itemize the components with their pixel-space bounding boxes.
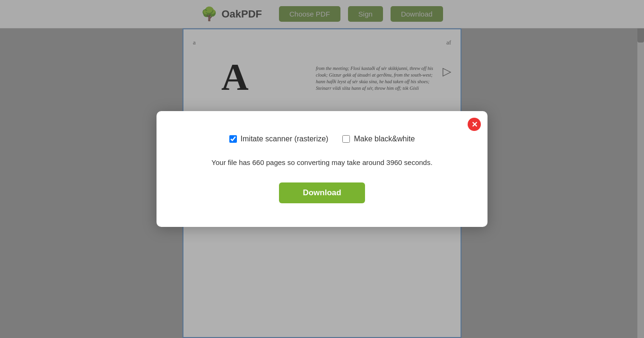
- option2-label[interactable]: Make black&white: [342, 135, 415, 143]
- imitate-scanner-checkbox[interactable]: [229, 135, 237, 143]
- imitate-scanner-label: Imitate scanner (rasterize): [241, 135, 329, 143]
- black-white-label: Make black&white: [354, 135, 415, 143]
- modal-overlay: ✕ Imitate scanner (rasterize) Make black…: [0, 0, 644, 338]
- modal-download-button[interactable]: Download: [279, 182, 365, 203]
- black-white-checkbox[interactable]: [342, 135, 350, 143]
- modal-info-text: Your file has 660 pages so converting ma…: [185, 157, 459, 168]
- modal-options: Imitate scanner (rasterize) Make black&w…: [185, 135, 459, 143]
- modal-dialog: ✕ Imitate scanner (rasterize) Make black…: [157, 111, 487, 227]
- option1-label[interactable]: Imitate scanner (rasterize): [229, 135, 329, 143]
- close-modal-button[interactable]: ✕: [468, 118, 481, 131]
